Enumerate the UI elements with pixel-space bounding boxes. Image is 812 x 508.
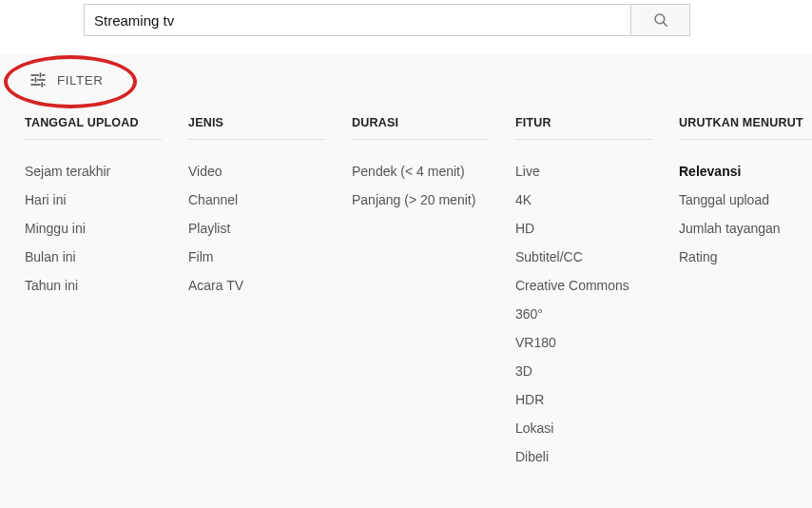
- column-title: FITUR: [515, 116, 652, 140]
- filter-option[interactable]: Acara TV: [188, 271, 352, 300]
- filter-option[interactable]: 3D: [515, 357, 679, 385]
- filter-option[interactable]: Relevansi: [679, 157, 812, 186]
- filter-column: FITURLive4KHDSubtitel/CCCreative Commons…: [515, 116, 679, 471]
- svg-rect-10: [41, 83, 43, 88]
- filter-label: FILTER: [57, 73, 104, 88]
- svg-rect-3: [42, 74, 45, 76]
- filter-option[interactable]: Hari ini: [25, 186, 188, 214]
- svg-rect-8: [31, 84, 41, 86]
- column-title: DURASI: [352, 116, 489, 140]
- filter-columns: TANGGAL UPLOADSejam terakhirHari iniMing…: [0, 116, 812, 471]
- search-icon: [652, 11, 669, 29]
- search-bar: [84, 4, 690, 36]
- filter-column: TANGGAL UPLOADSejam terakhirHari iniMing…: [25, 116, 188, 471]
- tune-icon: [29, 70, 48, 89]
- filter-panel: FILTER TANGGAL UPLOADSejam terakhirHari …: [0, 53, 812, 508]
- svg-rect-7: [35, 78, 37, 83]
- svg-line-1: [663, 23, 667, 27]
- filter-option[interactable]: HDR: [515, 385, 679, 414]
- filter-option[interactable]: HD: [515, 214, 679, 243]
- svg-rect-6: [37, 79, 45, 81]
- column-title: URUTKAN MENURUT: [679, 116, 812, 140]
- filter-option[interactable]: Tahun ini: [25, 271, 188, 300]
- filter-row: FILTER: [0, 53, 812, 116]
- svg-rect-2: [31, 74, 39, 76]
- filter-option[interactable]: Minggu ini: [25, 214, 188, 243]
- filter-option[interactable]: Rating: [679, 243, 812, 271]
- filter-option[interactable]: Creative Commons: [515, 271, 679, 300]
- filter-option[interactable]: 4K: [515, 186, 679, 214]
- svg-point-0: [655, 14, 665, 24]
- filter-option[interactable]: Pendek (< 4 menit): [352, 157, 515, 186]
- column-title: JENIS: [188, 116, 325, 140]
- filter-option[interactable]: Dibeli: [515, 442, 679, 471]
- filter-option[interactable]: Live: [515, 157, 679, 186]
- filter-option[interactable]: Playlist: [188, 214, 352, 243]
- filter-option[interactable]: Film: [188, 243, 352, 271]
- filter-option[interactable]: Panjang (> 20 menit): [352, 186, 515, 214]
- filter-option[interactable]: Channel: [188, 186, 352, 214]
- search-button[interactable]: [631, 4, 690, 36]
- filter-option[interactable]: Subtitel/CC: [515, 243, 679, 271]
- column-title: TANGGAL UPLOAD: [25, 116, 162, 140]
- filter-option[interactable]: Video: [188, 157, 352, 186]
- svg-rect-9: [44, 84, 46, 86]
- filter-option[interactable]: Tanggal upload: [679, 186, 812, 214]
- filter-column: URUTKAN MENURUTRelevansiTanggal uploadJu…: [679, 116, 812, 471]
- filter-option[interactable]: Jumlah tayangan: [679, 214, 812, 243]
- filter-option[interactable]: Bulan ini: [25, 243, 188, 271]
- svg-rect-4: [40, 73, 42, 78]
- svg-rect-5: [31, 79, 34, 81]
- filter-column: DURASIPendek (< 4 menit)Panjang (> 20 me…: [352, 116, 515, 471]
- filter-option[interactable]: Sejam terakhir: [25, 157, 188, 186]
- filter-option[interactable]: VR180: [515, 328, 679, 357]
- filter-option[interactable]: Lokasi: [515, 414, 679, 442]
- filter-option[interactable]: 360°: [515, 300, 679, 328]
- filter-column: JENISVideoChannelPlaylistFilmAcara TV: [188, 116, 352, 471]
- filter-button[interactable]: FILTER: [29, 70, 104, 89]
- search-input[interactable]: [84, 4, 631, 36]
